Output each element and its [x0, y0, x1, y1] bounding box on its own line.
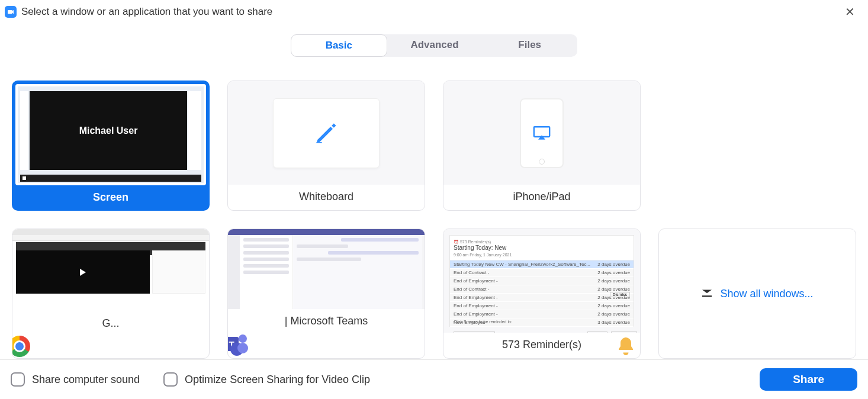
source-screen[interactable]: Michael User Screen — [12, 81, 210, 211]
bell-icon — [615, 336, 636, 357]
teams-icon — [227, 333, 248, 357]
airplay-icon — [533, 126, 551, 140]
reminder-rows: Starting Today New CW - Shanghai_Frenzwo… — [450, 260, 634, 327]
reminder-row: End of Employment -2 days overdue — [450, 310, 634, 318]
share-sound-label: Share computer sound — [32, 374, 140, 386]
reminder-row: End of Contract -2 days overdue — [450, 285, 634, 294]
source-chrome-label: G... — [12, 311, 209, 337]
collapse-icon — [701, 289, 713, 298]
source-reminders[interactable]: ⏰ 573 Reminder(s) Starting Today: New 9:… — [443, 229, 641, 359]
source-whiteboard[interactable]: Whiteboard — [227, 81, 425, 211]
source-chrome[interactable]: G... — [12, 229, 210, 359]
iphone-preview — [443, 81, 640, 185]
source-teams[interactable]: | Microsoft Teams — [227, 229, 425, 359]
reminder-subtitle: 9:00 am Friday, 1 January 2021 — [454, 253, 512, 257]
screen-preview-username: Michael User — [30, 91, 187, 170]
tab-files[interactable]: Files — [482, 34, 577, 57]
zoom-app-icon — [5, 6, 17, 18]
source-whiteboard-label: Whiteboard — [228, 185, 425, 210]
pen-icon — [313, 120, 339, 146]
share-sources-grid: Michael User Screen Whiteboard — [12, 81, 856, 359]
checkbox-icon — [11, 372, 25, 387]
svg-rect-1 — [534, 127, 549, 137]
share-mode-tabs: Basic Advanced Files — [291, 34, 577, 57]
reminders-preview: ⏰ 573 Reminder(s) Starting Today: New 9:… — [443, 229, 640, 333]
tab-basic[interactable]: Basic — [291, 34, 387, 57]
source-reminders-label: 573 Reminder(s) — [443, 333, 640, 358]
reminder-title: Starting Today: New — [454, 244, 506, 251]
whiteboard-preview — [228, 81, 425, 185]
svg-rect-2 — [702, 295, 712, 297]
dialog-header: Select a window or an application that y… — [0, 0, 868, 21]
tab-advanced[interactable]: Advanced — [387, 34, 483, 57]
show-all-windows[interactable]: Show all windows... — [658, 229, 856, 359]
source-iphone-label: iPhone/iPad — [443, 185, 640, 210]
reminder-row: End of Employment -2 days overdue — [450, 277, 634, 285]
svg-rect-0 — [317, 142, 322, 143]
reminder-row: End of Employment -2 days overdue — [450, 294, 634, 302]
dialog-footer: Share computer sound Optimize Screen Sha… — [0, 359, 868, 399]
reminder-row: End of Employment -2 days overdue — [450, 302, 634, 310]
chrome-preview — [12, 229, 209, 311]
teams-preview — [228, 229, 425, 309]
optimize-label: Optimize Screen Sharing for Video Clip — [185, 374, 370, 386]
source-screen-label: Screen — [12, 185, 210, 211]
reminder-row: End of Contract -2 days overdue — [450, 269, 634, 277]
checkbox-icon — [163, 372, 178, 387]
reminder-row: Starting Today New CW - Shanghai_Frenzwo… — [450, 260, 634, 269]
share-button[interactable]: Share — [760, 368, 857, 391]
close-icon[interactable]: ✕ — [840, 5, 860, 19]
dialog-title: Select a window or an application that y… — [21, 6, 272, 18]
source-iphone-ipad[interactable]: iPhone/iPad — [443, 81, 641, 211]
show-all-windows-label: Show all windows... — [720, 288, 813, 300]
screen-preview: Michael User — [15, 84, 206, 185]
checkbox-share-sound[interactable]: Share computer sound — [11, 372, 140, 387]
source-teams-label: | Microsoft Teams — [228, 309, 425, 334]
chrome-icon — [12, 336, 30, 357]
checkbox-optimize-video[interactable]: Optimize Screen Sharing for Video Clip — [163, 372, 370, 387]
